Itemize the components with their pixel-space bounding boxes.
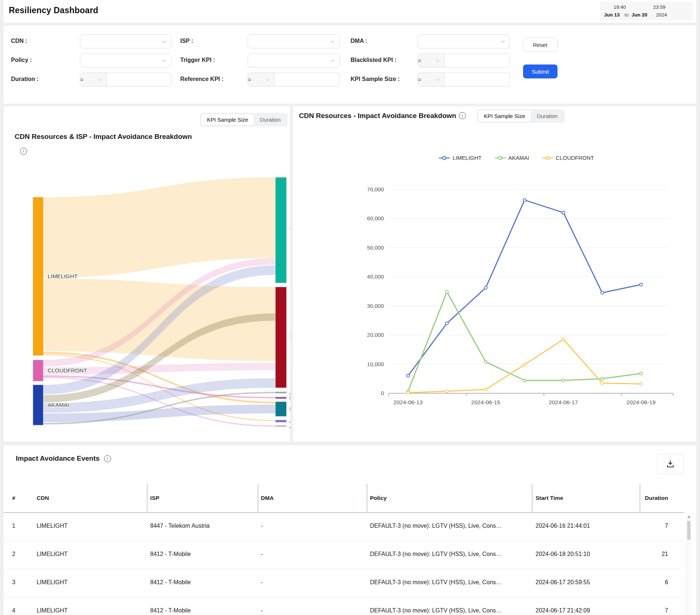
x-axis-label: 2024-06-17 — [549, 399, 578, 405]
cell-num: 2 — [12, 551, 15, 557]
data-point-limelight[interactable] — [523, 199, 526, 202]
col-header-isp[interactable]: ISP — [150, 495, 159, 501]
cdn-select[interactable] — [80, 34, 171, 48]
events-table-panel: Impact Avoidance Events i # CDN ISP DMA … — [4, 445, 696, 615]
data-point-cloudfront[interactable] — [484, 388, 487, 391]
table-body: 1 LIMELIGHT 8447 - Telekom Austria - DEF… — [4, 513, 684, 615]
col-header-starttime[interactable]: Start Time — [536, 495, 563, 501]
column-resize-handle[interactable] — [532, 484, 533, 512]
sankey-node[interactable] — [275, 402, 286, 416]
cell-cdn: LIMELIGHT — [37, 607, 67, 614]
data-point-limelight[interactable] — [562, 211, 565, 214]
dma-select[interactable] — [418, 34, 510, 48]
cell-dma: - — [261, 551, 263, 557]
download-button[interactable] — [657, 454, 684, 474]
col-header-dma[interactable]: DMA — [261, 495, 274, 501]
data-point-cloudfront[interactable] — [562, 338, 565, 341]
sankey-node[interactable] — [275, 426, 286, 427]
table-row[interactable]: 1 LIMELIGHT 8447 - Telekom Austria - DEF… — [4, 513, 684, 541]
legend-item-limelight[interactable]: LIMELIGHT — [439, 155, 481, 161]
toggle-kpi-sample-size[interactable]: KPI Sample Size — [478, 110, 531, 122]
col-header-policy[interactable]: Policy — [370, 495, 387, 501]
sankey-node[interactable] — [275, 177, 286, 283]
reset-button[interactable]: Reset — [523, 38, 558, 52]
column-resize-handle[interactable] — [639, 484, 641, 512]
sankey-node[interactable] — [275, 392, 286, 393]
data-point-limelight[interactable] — [601, 291, 604, 294]
blacklisted-kpi-input[interactable] — [445, 54, 510, 67]
data-point-akamai[interactable] — [484, 360, 487, 363]
data-point-akamai[interactable] — [640, 372, 642, 375]
data-point-akamai[interactable] — [445, 290, 448, 293]
series-line-limelight — [408, 200, 641, 376]
date-to-label: to — [625, 12, 629, 18]
kpi-sample-size-input[interactable] — [445, 73, 510, 86]
data-point-akamai[interactable] — [601, 377, 604, 380]
col-header-duration[interactable]: Duration — [645, 495, 668, 501]
data-point-limelight[interactable] — [640, 283, 642, 286]
info-icon[interactable]: i — [104, 455, 111, 462]
kpi-sample-size-label: KPI Sample Size : — [351, 76, 400, 82]
end-date: Jun 20 — [632, 12, 647, 18]
chevron-down-icon — [162, 58, 167, 63]
policy-select[interactable] — [80, 54, 171, 67]
col-header-num[interactable]: # — [12, 495, 15, 501]
legend-item-cloudfront[interactable]: CLOUDFRONT — [542, 155, 594, 161]
legend-item-akamai[interactable]: AKAMAI — [495, 155, 529, 161]
info-icon[interactable]: i — [459, 112, 466, 119]
table-row[interactable]: 4 LIMELIGHT 8412 - T-Mobile - DEFAULT-3 … — [4, 597, 684, 615]
line-metric-toggle: KPI Sample Size Duration — [477, 109, 564, 123]
data-point-akamai[interactable] — [562, 379, 565, 382]
data-point-limelight[interactable] — [407, 374, 410, 377]
table-scrollbar[interactable] — [686, 514, 692, 615]
column-resize-handle[interactable] — [257, 484, 259, 512]
column-resize-handle[interactable] — [147, 484, 148, 512]
cell-policy: DEFAULT-3 (no move): LGTV (HSS), Live, C… — [370, 523, 502, 529]
sankey-node-label: AKAMAI — [48, 402, 69, 408]
sankey-node[interactable] — [275, 397, 286, 399]
toggle-duration[interactable]: Duration — [531, 110, 564, 122]
cell-num: 4 — [12, 607, 15, 614]
col-header-cdn[interactable]: CDN — [37, 495, 49, 501]
duration-operator-select[interactable]: = — [80, 73, 107, 86]
sankey-node-label: ASN:FONIRA-, AT — [289, 423, 290, 429]
data-point-cloudfront[interactable] — [407, 391, 410, 394]
table-row[interactable]: 3 LIMELIGHT 8412 - T-Mobile - DEFAULT-3 … — [4, 569, 684, 597]
legend-label: CLOUDFRONT — [556, 155, 594, 161]
line-chart[interactable]: 010,00020,00030,00040,00050,00060,00070,… — [297, 169, 696, 425]
scroll-up-icon[interactable] — [688, 516, 690, 518]
blacklisted-kpi-operator-select[interactable]: = — [418, 54, 445, 67]
isp-select[interactable] — [248, 34, 340, 48]
submit-button[interactable]: Submit — [523, 65, 558, 78]
sankey-diagram[interactable]: LIMELIGHTCLOUDFRONTAKAMAIT-MobileTelekom… — [4, 106, 290, 442]
events-table-title: Impact Avoidance Events — [16, 454, 100, 463]
scrollbar-thumb[interactable] — [687, 521, 690, 540]
reference-kpi-operator-select[interactable]: = — [248, 73, 275, 86]
data-point-akamai[interactable] — [523, 379, 526, 382]
cell-cdn: LIMELIGHT — [37, 523, 67, 529]
operator-value: = — [418, 77, 421, 83]
data-point-cloudfront[interactable] — [640, 383, 642, 386]
data-point-limelight[interactable] — [445, 322, 448, 325]
kpi-sample-size-operator-select[interactable]: = — [418, 73, 445, 86]
data-point-cloudfront[interactable] — [601, 382, 604, 384]
sankey-node[interactable] — [33, 385, 43, 425]
reference-kpi-input[interactable] — [275, 73, 340, 86]
date-range-picker[interactable]: 19:40 23:59 Jun 13 to Jun 20 2024 — [600, 2, 693, 20]
cell-isp: 8412 - T-Mobile — [150, 607, 191, 614]
cell-duration: 6 — [665, 579, 668, 586]
sankey-node[interactable] — [33, 360, 43, 381]
table-row[interactable]: 2 LIMELIGHT 8412 - T-Mobile - DEFAULT-3 … — [4, 541, 684, 569]
sankey-node[interactable] — [275, 420, 286, 422]
y-axis-label: 60,000 — [367, 215, 384, 221]
data-point-limelight[interactable] — [484, 286, 487, 289]
cell-isp: 8412 - T-Mobile — [150, 551, 191, 557]
data-point-cloudfront[interactable] — [523, 363, 526, 366]
sankey-node[interactable] — [275, 287, 286, 388]
legend-marker-icon — [495, 156, 506, 160]
trigger-kpi-select[interactable] — [248, 54, 340, 67]
sankey-node[interactable] — [33, 197, 43, 356]
column-resize-handle[interactable] — [366, 484, 368, 512]
data-point-cloudfront[interactable] — [445, 390, 448, 393]
duration-input[interactable] — [107, 73, 171, 86]
